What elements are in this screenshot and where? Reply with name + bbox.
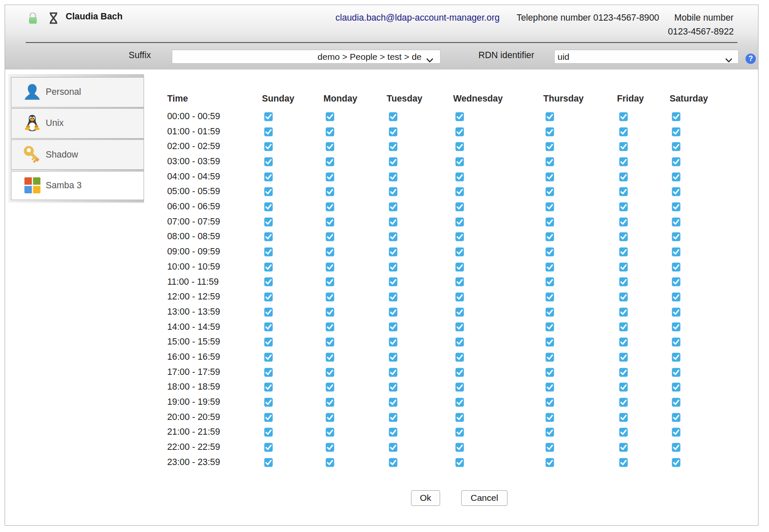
svg-text:?: ? — [748, 54, 753, 63]
